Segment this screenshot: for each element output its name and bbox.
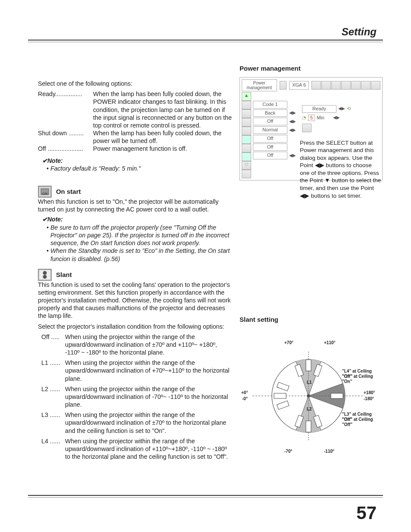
option-ready: Ready................ When the lamp has … [38,90,232,129]
diag-t70: +70° [284,340,293,346]
header-rule [28,40,383,40]
svg-rect-23 [306,360,311,371]
diag-l4b: "Off" at Ceiling "On" [342,374,377,385]
slant-p1: This function is used to set the cooling… [38,281,232,320]
ui-top-icon-a [311,81,321,90]
ui-side-icon-7 [242,152,251,161]
ui-list-item: Off [253,118,287,125]
diag-r180t: +180° [364,390,375,396]
diag-r180b: -180° [364,396,374,402]
slant-icon [38,269,52,281]
footer-rule-2 [28,497,383,498]
ui-bubble-ready: Ready [302,105,336,113]
ui-bubble-min-val: 5 [308,115,315,121]
page-number: 57 [356,503,377,523]
svg-rect-15 [331,393,343,398]
slant-diagram: +70° +110° -70° -110° +0° -0° +180° -180… [240,329,377,458]
ui-top-icon-b [321,81,331,90]
ui-bubble-quit-icon [302,124,311,132]
ui-list: Code 1 Back◀▶ Off◀▶ Normal◀▶ Off Off Off… [253,101,296,178]
header-rule-2 [28,42,383,42]
ui-side-icon-2 [242,109,251,118]
onstart-icon: ON [38,186,52,198]
pm-title: Power management [240,65,382,73]
slant-title: Slant [56,271,72,278]
page-header: Setting [342,26,377,38]
svg-point-24 [307,394,310,398]
slant-opt-l3: L3 ......When using the projector within… [41,411,232,435]
ui-side-icon-4 [242,127,251,135]
ui-side-icon-3 [242,118,251,127]
note-2-head: ✔Note: [42,216,232,224]
note-1-body: Factory default is "Ready: 5 min." [47,165,232,172]
clock-icon: ◔ [302,115,306,121]
diag-L1: L1 [307,380,312,386]
ui-bubble-min-unit: Min [317,115,324,121]
slant-p2: Select the projector's installation cond… [38,323,232,330]
diag-l3b: "Off" at Ceiling "Off" [342,417,377,428]
svg-rect-22 [306,421,311,432]
slant-setting-title: Slant setting [240,316,382,324]
diag-b110: -110° [324,449,334,454]
footer-rule [28,495,383,496]
note-2-item-1: When the Standby mode is set to "Eco" in… [47,247,232,262]
ui-side-icon-1 [242,101,251,109]
diag-t110: +110° [324,340,336,346]
option-off: Off ..................... Power manageme… [38,145,232,152]
ui-side-down-icon: ▽ [242,161,251,170]
option-shutdown: Shut down ......... When the lamp has be… [38,129,232,145]
ui-list-item: Code 1 [253,101,287,109]
ui-side-icon-5 [242,135,251,144]
ui-top-icon-g [371,81,380,90]
onstart-title: On start [56,188,81,195]
ui-top-icon-d [341,81,351,90]
diag-l0b: -0° [242,396,248,402]
ui-title-right: XGA 6 [289,81,309,90]
intro-text: Select one of the following options: [38,80,232,87]
slant-opt-l1: L1 ......When using the projector within… [41,359,232,383]
ui-top-icon-e [351,81,361,90]
ui-side-up-icon: ▲ [242,92,251,101]
ui-list-item: Off [253,152,287,159]
slant-opt-l4: L4 ......When using the projector within… [41,437,232,461]
ui-side-icon-end [242,170,251,178]
ui-top-icon-c [331,81,341,90]
ui-list-item: Back [253,109,287,117]
ui-title-left: Power management [242,79,277,91]
diag-L2: L2 [307,407,312,412]
onstart-body: When this function is set to "On," the p… [38,198,232,213]
note-2-item-0: Be sure to turn off the projector proper… [47,224,232,247]
ui-top-icon-1 [280,81,287,90]
section-onstart: ON On start [38,186,232,198]
note-1-head: ✔Note: [42,157,232,165]
ui-list-item: Off [253,135,287,143]
ui-top-icon-f [361,81,371,90]
ui-side-icon-6 [242,144,251,152]
ui-sidebar: ▲ ▽ [242,92,251,178]
slant-opt-off: Off .....When using the projector within… [41,333,232,357]
left-column: Select one of the following options: Rea… [38,80,232,460]
diag-l0t: +0° [241,390,248,396]
ui-list-item: Normal [253,126,287,134]
ui-list-item: Off [253,143,287,151]
section-slant: Slant [38,269,232,281]
right-column: Power management Power management XGA 6 [240,65,382,458]
svg-rect-14 [274,393,286,398]
diag-b70: -70° [284,449,292,454]
svg-text:ON: ON [42,192,47,196]
slant-opt-l2: L2 ......When using the projector within… [41,385,232,409]
